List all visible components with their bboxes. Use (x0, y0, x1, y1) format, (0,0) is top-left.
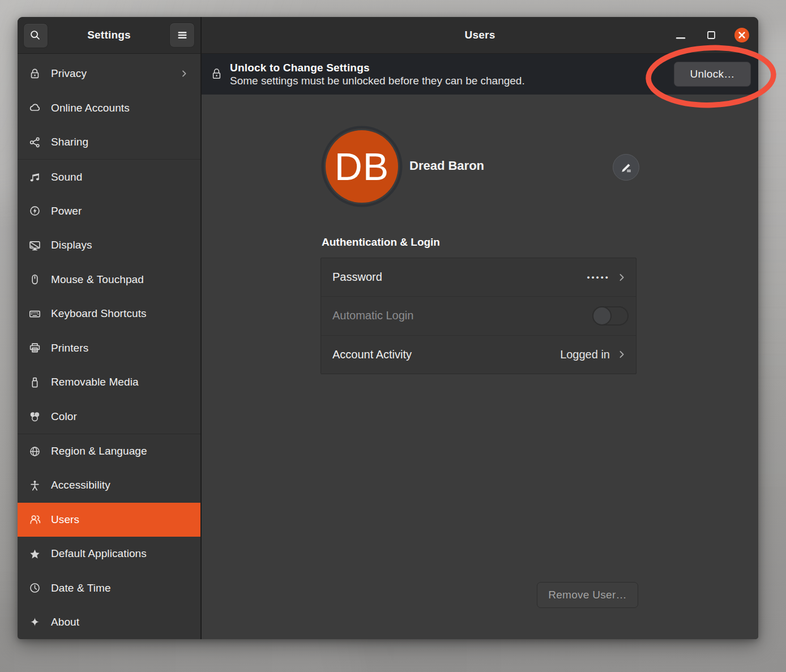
music-note-icon (28, 170, 41, 183)
sidebar-item-removable-media[interactable]: Removable Media (18, 365, 200, 399)
star-icon (28, 547, 41, 560)
sidebar-item-label: Power (51, 205, 189, 217)
users-panel-content: DB Dread Baron Authentication & Login Pa… (202, 95, 758, 639)
search-icon (29, 29, 42, 42)
minimize-button[interactable] (673, 28, 688, 42)
password-row[interactable]: Password ••••• (321, 258, 636, 296)
settings-window: Settings Privacy Online Accounts (18, 17, 758, 639)
cloud-icon (28, 101, 41, 114)
sidebar-item-default-applications[interactable]: Default Applications (18, 537, 200, 571)
sidebar-item-label: Color (51, 410, 189, 423)
sidebar-item-keyboard-shortcuts[interactable]: Keyboard Shortcuts (18, 297, 200, 331)
sidebar-item-online-accounts[interactable]: Online Accounts (18, 91, 200, 125)
sidebar-item-users[interactable]: Users (18, 503, 200, 537)
avatar[interactable]: DB (326, 130, 398, 203)
lock-icon (28, 67, 41, 80)
keyboard-icon (28, 307, 41, 320)
search-button[interactable] (23, 23, 48, 48)
sidebar-item-label: Privacy (51, 67, 179, 80)
close-button[interactable] (734, 28, 749, 42)
sidebar-item-privacy[interactable]: Privacy (18, 57, 200, 91)
sidebar-headerbar: Settings (18, 17, 200, 54)
account-activity-value: Logged in (560, 348, 610, 361)
unlock-button[interactable]: Unlock… (674, 62, 751, 87)
sidebar-item-label: About (51, 616, 189, 628)
minimize-icon (673, 28, 688, 42)
color-circles-icon (28, 410, 41, 423)
share-icon (28, 136, 41, 149)
sidebar-item-date-time[interactable]: Date & Time (18, 571, 200, 605)
automatic-login-toggle[interactable] (592, 306, 629, 326)
globe-icon (28, 445, 41, 458)
sidebar-item-label: Default Applications (51, 547, 189, 560)
sidebar-item-sharing[interactable]: Sharing (18, 125, 200, 159)
display-icon (28, 239, 41, 252)
sidebar-item-label: Removable Media (51, 376, 189, 388)
avatar-initials: DB (335, 147, 389, 186)
auth-login-group: Password ••••• Automatic Login Account A… (321, 258, 637, 374)
sidebar-item-label: Mouse & Touchpad (51, 273, 189, 286)
sidebar-item-printers[interactable]: Printers (18, 331, 200, 365)
maximize-button[interactable] (704, 28, 719, 42)
page-title: Users (465, 29, 495, 41)
close-icon (734, 28, 749, 42)
clock-icon (28, 581, 41, 594)
infobar-title: Unlock to Change Settings (230, 61, 674, 74)
sidebar-item-label: Sharing (51, 136, 189, 148)
main-pane: Users Un (202, 17, 758, 639)
automatic-login-row: Automatic Login (321, 296, 636, 335)
sidebar-item-label: Printers (51, 342, 189, 354)
sidebar-item-label: Accessibility (51, 479, 189, 491)
sidebar-item-power[interactable]: Power (18, 194, 200, 228)
account-activity-label: Account Activity (332, 348, 560, 361)
maximize-icon (704, 28, 719, 42)
account-activity-row[interactable]: Account Activity Logged in (321, 335, 636, 374)
flash-drive-icon (28, 376, 41, 389)
accessibility-icon (28, 479, 41, 492)
sidebar-item-accessibility[interactable]: Accessibility (18, 468, 200, 502)
sidebar-item-label: Users (51, 513, 189, 526)
chevron-right-icon (179, 69, 189, 79)
sparkle-icon (28, 616, 41, 629)
pencil-icon (620, 161, 633, 174)
hamburger-menu-icon (176, 28, 189, 42)
sidebar-item-label: Online Accounts (51, 102, 189, 114)
lock-icon (212, 67, 221, 82)
user-name: Dread Baron (409, 159, 484, 173)
chevron-right-icon (617, 272, 627, 283)
power-icon (28, 204, 41, 217)
sidebar-item-sound[interactable]: Sound (18, 160, 200, 194)
unlock-infobar: Unlock to Change Settings Some settings … (202, 54, 758, 95)
toggle-knob (592, 306, 612, 326)
window-controls (673, 17, 758, 53)
password-label: Password (332, 271, 587, 284)
chevron-right-icon (617, 349, 627, 359)
desktop: { "window": { "sidebar_title": "Settings… (0, 0, 786, 672)
primary-menu-button[interactable] (169, 23, 195, 48)
sidebar: Settings Privacy Online Accounts (18, 17, 202, 639)
printer-icon (28, 341, 41, 354)
sidebar-item-label: Displays (51, 239, 189, 251)
sidebar-item-color[interactable]: Color (18, 399, 200, 433)
edit-name-button[interactable] (613, 154, 639, 181)
sidebar-item-mouse-touchpad[interactable]: Mouse & Touchpad (18, 263, 200, 297)
infobar-subtitle: Some settings must be unlocked before th… (230, 74, 674, 87)
automatic-login-label: Automatic Login (332, 309, 592, 322)
infobar-text: Unlock to Change Settings Some settings … (230, 61, 674, 87)
sidebar-title: Settings (87, 29, 131, 41)
mouse-icon (28, 273, 41, 286)
sidebar-item-label: Sound (51, 171, 189, 183)
auth-section-title: Authentication & Login (322, 236, 440, 249)
password-dots: ••••• (587, 273, 610, 281)
sidebar-item-label: Date & Time (51, 582, 189, 594)
sidebar-item-region-language[interactable]: Region & Language (18, 434, 200, 468)
sidebar-item-label: Region & Language (51, 445, 189, 457)
main-headerbar: Users (202, 17, 758, 54)
sidebar-item-label: Keyboard Shortcuts (51, 307, 189, 320)
sidebar-item-about[interactable]: About (18, 605, 200, 639)
users-icon (28, 513, 41, 526)
remove-user-button[interactable]: Remove User… (537, 582, 638, 608)
sidebar-item-displays[interactable]: Displays (18, 228, 200, 262)
sidebar-panel-list: Privacy Online Accounts Sharing Sound Po… (18, 54, 200, 639)
